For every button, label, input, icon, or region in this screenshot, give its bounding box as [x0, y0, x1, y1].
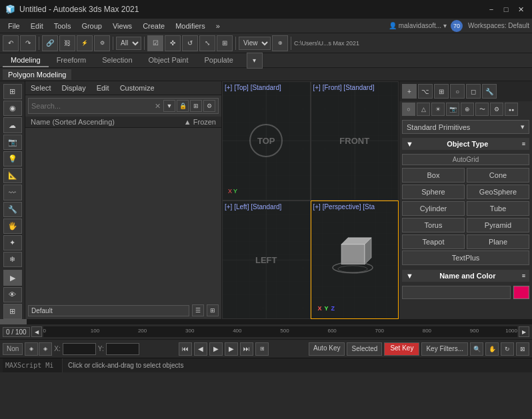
obj-btn-cylinder[interactable]: Cylinder [402, 201, 465, 216]
obj-btn-textplus[interactable]: TextPlus [402, 250, 529, 265]
left-btn-10[interactable]: ✦ [3, 235, 22, 250]
obj-btn-sphere[interactable]: Sphere [402, 185, 465, 199]
nav-pan-icon[interactable]: ✋ [485, 342, 499, 356]
view-dropdown[interactable]: View [239, 37, 271, 50]
rp-subtab-systems[interactable]: ⚙ [490, 103, 503, 116]
object-name-input[interactable] [402, 286, 511, 299]
menu-modifiers[interactable]: Modifiers [170, 21, 211, 31]
notification-badge[interactable]: 70 [451, 20, 463, 32]
nav-fov-icon[interactable]: ⊠ [516, 342, 529, 356]
tab-object-paint[interactable]: Object Paint [141, 54, 197, 67]
auto-key-button[interactable]: Auto Key [309, 342, 345, 356]
timeline-track[interactable]: 0 100 200 300 400 500 600 700 800 900 10… [43, 326, 517, 337]
tab-populate[interactable]: Populate [196, 54, 241, 67]
rp-subtab-lights[interactable]: ☀ [431, 103, 445, 116]
transport-next-frame[interactable]: ⏭ [240, 342, 253, 356]
rp-tab-motion[interactable]: ○ [450, 84, 465, 99]
left-btn-7[interactable]: 〰 [3, 185, 22, 200]
left-btn-9[interactable]: 🖐 [3, 218, 22, 234]
menu-tools[interactable]: Tools [49, 21, 77, 31]
transport-prev[interactable]: ◀ [194, 342, 207, 356]
select-button[interactable]: ☑ [147, 35, 163, 51]
y-input[interactable] [106, 343, 139, 355]
timeline-scrollbar-thumb[interactable] [0, 319, 27, 324]
rp-tab-hierarchy[interactable]: ⊞ [434, 84, 449, 99]
obj-btn-cone[interactable]: Cone [467, 168, 529, 183]
viewport-perspective[interactable]: [+] [Perspective] [Sta X Y Z [311, 201, 399, 320]
rp-tab-display[interactable]: ◻ [466, 84, 481, 99]
scene-settings-icon[interactable]: ⚙ [203, 100, 215, 112]
left-btn-5[interactable]: 💡 [3, 151, 22, 167]
transport-play[interactable]: ▶ [209, 342, 223, 356]
rp-tab-utilities[interactable]: 🔧 [482, 84, 497, 99]
category-dropdown[interactable]: Standard Primitives ▾ [402, 120, 529, 134]
rotate-button[interactable]: ↺ [182, 35, 198, 51]
obj-btn-pyramid[interactable]: Pyramid [467, 218, 529, 232]
minimize-button[interactable]: − [485, 3, 497, 15]
scene-menu-edit[interactable]: Edit [94, 83, 112, 93]
left-btn-2[interactable]: ◉ [3, 101, 22, 116]
obj-btn-torus[interactable]: Torus [402, 218, 465, 232]
obj-btn-teapot[interactable]: Teapot [402, 234, 465, 249]
left-btn-1[interactable]: ⊞ [3, 84, 22, 99]
refcoord-button[interactable]: ⊞ [217, 35, 233, 51]
menu-file[interactable]: File [3, 21, 25, 31]
scene-layer-icon2[interactable]: ⊞ [207, 304, 219, 316]
auto-grid-button[interactable]: AutoGrid [402, 154, 529, 165]
menu-more[interactable]: » [211, 21, 225, 31]
tab-more-button[interactable]: ▾ [247, 53, 263, 69]
anim-icon-y[interactable]: ◈ [39, 342, 52, 356]
transport-record-icon[interactable]: ⊞ [255, 342, 269, 356]
nav-orbit-icon[interactable]: ↻ [501, 342, 514, 356]
menu-group[interactable]: Group [76, 21, 107, 31]
timeline-prev-button[interactable]: ◀ [31, 326, 42, 337]
scene-menu-display[interactable]: Display [59, 83, 89, 93]
scene-layer-icon1[interactable]: ☰ [192, 304, 204, 316]
scene-search-input[interactable] [31, 102, 155, 110]
scene-filter-icon[interactable]: ▼ [163, 100, 175, 112]
select-filter-button[interactable]: ⚙ [94, 35, 110, 51]
rp-subtab-helpers[interactable]: ⊕ [461, 103, 474, 116]
x-input[interactable] [63, 343, 96, 355]
viewport-front[interactable]: [+] [Front] [Standard] FRONT [311, 81, 399, 201]
filter-dropdown[interactable]: All [116, 37, 141, 50]
key-filters-button[interactable]: Key Filters... [421, 342, 468, 356]
tab-freeform[interactable]: Freeform [49, 54, 95, 67]
transport-next[interactable]: ▶ [225, 342, 238, 356]
obj-btn-box[interactable]: Box [402, 168, 465, 183]
pivot-button[interactable]: ⊕ [272, 35, 288, 51]
left-btn-11[interactable]: ❄ [3, 252, 22, 267]
undo-button[interactable]: ↶ [3, 35, 19, 51]
scene-lock-icon[interactable]: 🔒 [177, 100, 189, 112]
rp-subtab-extra[interactable]: ●● [505, 103, 518, 116]
scene-hierarchy-icon[interactable]: ⊞ [190, 100, 202, 112]
unlink-button[interactable]: ⛓ [59, 35, 75, 51]
menu-edit[interactable]: Edit [25, 21, 49, 31]
move-button[interactable]: ✜ [165, 35, 181, 51]
layer-selector[interactable]: Default [28, 305, 189, 316]
redo-button[interactable]: ↷ [20, 35, 36, 51]
left-btn-6[interactable]: 📐 [3, 168, 22, 183]
rp-subtab-cameras[interactable]: 📷 [446, 103, 459, 116]
obj-btn-plane[interactable]: Plane [467, 234, 529, 249]
rp-tab-modify[interactable]: ⌥ [418, 84, 433, 99]
close-button[interactable]: ✕ [515, 3, 527, 15]
name-color-section-header[interactable]: ▼ Name and Color ≡ [402, 270, 529, 282]
viewport-top[interactable]: [+] [Top] [Standard] TOP X Y [222, 81, 311, 201]
scene-menu-customize[interactable]: Customize [117, 83, 157, 93]
link-button[interactable]: 🔗 [42, 35, 58, 51]
left-btn-play[interactable]: ▶ [3, 270, 22, 285]
maxscript-mini[interactable]: MAXScript Mi [3, 358, 63, 372]
tab-selection[interactable]: Selection [94, 54, 140, 67]
sub-tab-polygon-modeling[interactable]: Polygon Modeling [3, 69, 71, 80]
obj-btn-tube[interactable]: Tube [467, 201, 529, 216]
rp-subtab-shapes[interactable]: △ [417, 103, 430, 116]
anim-icon-x[interactable]: ◈ [25, 342, 38, 356]
selected-display[interactable]: Selected [347, 342, 382, 356]
left-btn-grid[interactable]: ⊞ [3, 304, 22, 319]
left-btn-3[interactable]: ☁ [3, 117, 22, 133]
bind-button[interactable]: ⚡ [77, 35, 93, 51]
scale-button[interactable]: ⤡ [199, 35, 215, 51]
scene-search-clear[interactable]: ✕ [155, 102, 161, 111]
left-btn-eye[interactable]: 👁 [3, 287, 22, 302]
